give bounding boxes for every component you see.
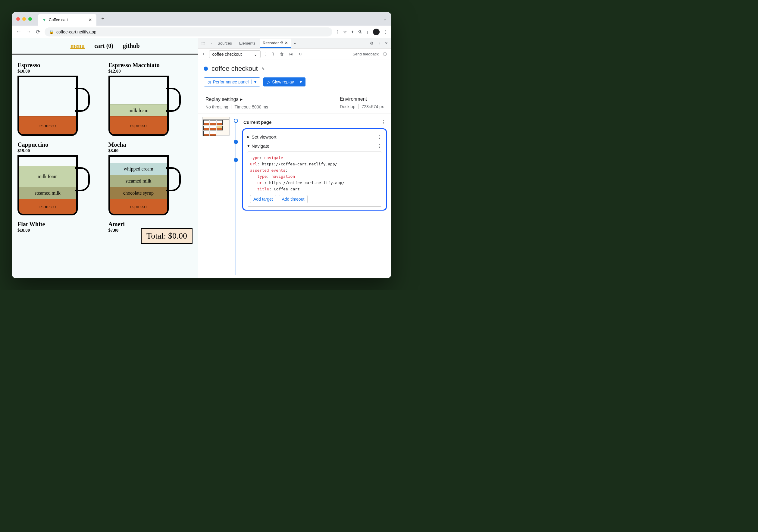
gauge-icon: ◷	[208, 80, 211, 84]
add-timeout-button[interactable]: Add timeout	[279, 195, 308, 203]
layer-steamed: steamed milk	[19, 187, 76, 199]
layer-milkfoam: milk foam	[19, 166, 76, 187]
new-tab-icon[interactable]: +	[101, 16, 105, 22]
recorder-toolbar: + coffee checkout ⌄ ⤴ ⤵ 🗑 ⏭ ↻ Send feedb…	[198, 49, 391, 60]
nav-menu[interactable]: menu	[70, 43, 85, 50]
browser-window: ▼ Coffee cart ✕ + ⌄ ← → ⟳ 🔒 coffee-cart.…	[12, 12, 391, 278]
product-name: Cappuccino	[17, 141, 102, 148]
product-grid: Espresso $10.00 espresso Espresso Macchi…	[12, 54, 198, 242]
step-details: type: navigate url: https://coffee-cart.…	[247, 151, 382, 207]
steps-timeline: Current page ⋮ ▸ Set viewport ⋮ ▾ Naviga…	[198, 114, 391, 278]
feedback-link[interactable]: Send feedback	[353, 52, 379, 56]
back-icon[interactable]: ←	[16, 29, 22, 35]
chevron-right-icon: ▸	[247, 134, 250, 140]
step-icon[interactable]: ⏭	[288, 50, 294, 57]
mug-icon: espresso	[17, 76, 90, 136]
product-cappuccino[interactable]: Cappuccino $19.00 milk foam steamed milk…	[17, 141, 102, 216]
edit-title-icon[interactable]: ✎	[261, 67, 265, 71]
sidepanel-icon[interactable]: ◫	[365, 29, 369, 34]
device-icon[interactable]: ▭	[207, 40, 213, 47]
step-menu-icon[interactable]: ⋮	[377, 134, 382, 140]
replay-settings-header[interactable]: Replay settings ▸	[205, 96, 328, 102]
dropdown-icon[interactable]: ▾	[252, 80, 257, 84]
chevron-down-icon: ▾	[247, 143, 250, 149]
layer-espresso: espresso	[110, 116, 167, 134]
tabs-dropdown-icon[interactable]: ⌄	[383, 17, 387, 21]
mug-icon: milk foam espresso	[109, 76, 181, 136]
step-current-page[interactable]: Current page ⋮	[242, 117, 387, 127]
recorder-actions: ◷ Performance panel ▾ ▷ Slow replay ▾	[198, 78, 391, 92]
play-icon: ▷	[267, 80, 270, 84]
product-macchiato[interactable]: Espresso Macchiato $12.00 milk foam espr…	[109, 62, 193, 136]
chevron-right-icon: ▸	[240, 96, 243, 102]
layer-milkfoam: milk foam	[110, 104, 167, 116]
lock-icon: 🔒	[49, 29, 54, 34]
step-navigate[interactable]: ▾ Navigate ⋮	[247, 141, 382, 150]
step-menu-icon[interactable]: ⋮	[377, 143, 382, 149]
tab-recorder[interactable]: Recorder ⚗ ✕	[260, 39, 291, 48]
timeline-track	[231, 117, 240, 275]
layer-espresso: espresso	[19, 116, 76, 134]
cart-total[interactable]: Total: $0.00	[141, 228, 192, 244]
nav-github[interactable]: github	[123, 43, 140, 50]
step-menu-icon[interactable]: ⋮	[381, 119, 386, 125]
export-icon[interactable]: ⤴	[263, 50, 268, 57]
maximize-window-icon[interactable]	[28, 17, 32, 21]
tab-title: Coffee cart	[49, 17, 68, 22]
import-icon[interactable]: ⤵	[271, 50, 276, 57]
throttle-value: No throttling	[205, 105, 228, 109]
product-mocha[interactable]: Mocha $8.00 whipped cream steamed milk c…	[109, 141, 193, 216]
step-set-viewport[interactable]: ▸ Set viewport ⋮	[247, 132, 382, 141]
bookmark-icon[interactable]: ☆	[343, 29, 347, 34]
help-icon[interactable]: ⓘ	[382, 50, 388, 58]
minimize-window-icon[interactable]	[22, 17, 26, 21]
timeline-dot	[234, 158, 238, 162]
tab-sources[interactable]: Sources	[215, 39, 235, 48]
recording-header: coffee checkout ✎	[198, 60, 391, 78]
product-name: Flat White	[17, 221, 102, 228]
steps-list: Current page ⋮ ▸ Set viewport ⋮ ▾ Naviga…	[242, 117, 387, 275]
recording-select[interactable]: coffee checkout ⌄	[209, 50, 261, 58]
traffic-lights	[16, 17, 32, 21]
layer-espresso: espresso	[19, 199, 76, 214]
kebab-icon[interactable]: ⋮	[376, 40, 382, 47]
share-icon[interactable]: ⇪	[336, 29, 339, 34]
product-price: $19.00	[17, 148, 102, 153]
tab-elements[interactable]: Elements	[236, 39, 258, 48]
flask-icon: ⚗	[280, 41, 284, 45]
close-panel-icon[interactable]: ✕	[285, 41, 288, 45]
recording-dot-icon	[204, 67, 208, 71]
timeline-dot	[234, 140, 238, 144]
extensions-icon[interactable]: ✦	[351, 29, 354, 34]
layer-whip: whipped cream	[110, 163, 167, 175]
product-name: Espresso	[17, 62, 102, 69]
slow-replay-button[interactable]: ▷ Slow replay ▾	[263, 78, 305, 86]
nav-cart[interactable]: cart (0)	[94, 43, 113, 50]
labs-icon[interactable]: ⚗	[358, 29, 362, 34]
url-field[interactable]: 🔒 coffee-cart.netlify.app	[45, 27, 332, 36]
add-target-button[interactable]: Add target	[250, 195, 276, 203]
performance-panel-button[interactable]: ◷ Performance panel ▾	[204, 78, 260, 86]
address-bar: ← → ⟳ 🔒 coffee-cart.netlify.app ⇪ ☆ ✦ ⚗ …	[12, 26, 391, 38]
product-flatwhite[interactable]: Flat White $18.00	[17, 221, 102, 235]
close-tab-icon[interactable]: ✕	[88, 17, 92, 22]
replay-icon[interactable]: ↻	[297, 50, 303, 57]
inspect-icon[interactable]: ⬚	[200, 40, 206, 47]
more-tabs-icon[interactable]: »	[292, 40, 297, 47]
forward-icon[interactable]: →	[25, 29, 31, 35]
menu-icon[interactable]: ⋮	[383, 29, 388, 34]
reload-icon[interactable]: ⟳	[35, 29, 41, 35]
settings-icon[interactable]: ⚙	[369, 40, 375, 47]
coffee-page: menu cart (0) github Espresso $10.00 esp…	[12, 38, 198, 278]
url-text: coffee-cart.netlify.app	[56, 29, 96, 34]
close-devtools-icon[interactable]: ✕	[384, 40, 389, 47]
product-price: $18.00	[17, 228, 102, 233]
product-espresso[interactable]: Espresso $10.00 espresso	[17, 62, 102, 136]
profile-avatar-icon[interactable]	[373, 29, 380, 35]
close-window-icon[interactable]	[16, 17, 20, 21]
browser-tab[interactable]: ▼ Coffee cart ✕	[38, 14, 96, 26]
add-recording-icon[interactable]: +	[201, 50, 206, 57]
delete-icon[interactable]: 🗑	[279, 50, 285, 57]
dropdown-icon[interactable]: ▾	[297, 80, 302, 84]
devtools-tabs: ⬚ ▭ Sources Elements Recorder ⚗ ✕ » ⚙ ⋮ …	[198, 38, 391, 49]
